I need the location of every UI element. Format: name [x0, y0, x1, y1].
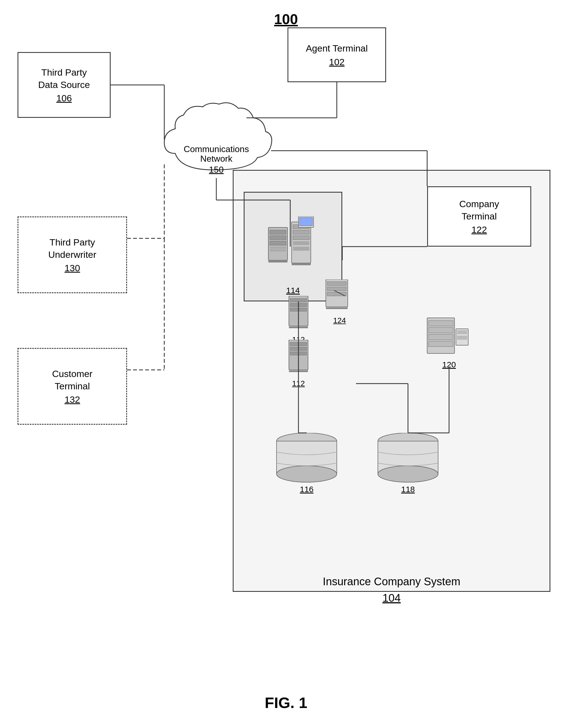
svg-rect-16	[292, 263, 311, 265]
server-icons-114	[266, 216, 320, 277]
svg-rect-15	[293, 247, 309, 251]
svg-rect-22	[290, 308, 307, 311]
third-party-underwriter-number: 130	[65, 263, 80, 273]
svg-rect-13	[293, 236, 309, 240]
svg-rect-5	[270, 236, 286, 240]
database-116: 116	[271, 433, 342, 493]
svg-rect-31	[327, 287, 346, 291]
diagram-container: { "title": "100", "fig_label": "FIG. 1",…	[0, 0, 572, 728]
fig-label: FIG. 1	[265, 694, 307, 712]
customer-terminal-label: CustomerTerminal	[52, 368, 92, 392]
insurance-system-label: Insurance Company System	[233, 575, 550, 588]
main-title: 100	[274, 11, 298, 27]
svg-rect-14	[293, 241, 309, 245]
svg-rect-18	[299, 217, 312, 226]
svg-rect-9	[268, 260, 287, 262]
company-terminal-label: CompanyTerminal	[459, 198, 499, 222]
agent-terminal-number: 102	[329, 57, 345, 67]
svg-rect-4	[270, 230, 286, 234]
communications-network-cloud: Communications Network 150	[159, 98, 274, 181]
svg-rect-41	[457, 336, 467, 340]
svg-rect-30	[327, 282, 346, 285]
svg-rect-28	[289, 371, 308, 372]
component-124: 124	[323, 279, 356, 323]
agent-terminal-box: Agent Terminal 102	[287, 27, 386, 82]
svg-text:150: 150	[209, 165, 223, 175]
component-112a: 112	[282, 296, 315, 340]
third-party-underwriter-label: Third PartyUnderwriter	[48, 236, 96, 260]
svg-point-44	[277, 466, 337, 482]
agent-terminal-label: Agent Terminal	[306, 42, 368, 54]
svg-rect-12	[293, 230, 309, 234]
svg-rect-35	[429, 321, 453, 326]
customer-terminal-number: 132	[65, 394, 80, 405]
third-party-data-label: Third PartyData Source	[38, 66, 90, 90]
svg-rect-25	[290, 342, 307, 346]
component-114-label: 114	[286, 286, 300, 295]
company-terminal-box: CompanyTerminal 122	[427, 186, 531, 247]
svg-rect-20	[290, 299, 307, 302]
insurance-system-number: 104	[233, 592, 550, 604]
svg-point-47	[378, 466, 438, 482]
svg-rect-40	[457, 330, 467, 334]
svg-rect-36	[429, 327, 453, 333]
svg-rect-26	[290, 347, 307, 350]
database-118: 118	[372, 433, 444, 493]
svg-rect-38	[429, 341, 453, 347]
svg-rect-23	[289, 327, 308, 328]
company-terminal-number: 122	[472, 224, 487, 235]
svg-rect-21	[290, 303, 307, 307]
svg-rect-32	[327, 292, 346, 296]
svg-rect-8	[270, 249, 286, 252]
component-120: 120	[422, 312, 477, 367]
third-party-underwriter-box: Third PartyUnderwriter 130	[17, 216, 127, 293]
svg-rect-27	[290, 352, 307, 355]
svg-rect-33	[326, 308, 348, 309]
svg-rect-7	[270, 247, 286, 249]
svg-text:Communications: Communications	[184, 144, 249, 154]
svg-text:Network: Network	[200, 154, 232, 163]
customer-terminal-box: CustomerTerminal 132	[17, 348, 127, 425]
svg-rect-37	[429, 334, 453, 340]
component-112b: 112	[282, 340, 315, 384]
svg-rect-6	[270, 241, 286, 245]
third-party-data-box: Third PartyData Source 106	[17, 52, 111, 118]
third-party-data-number: 106	[56, 93, 72, 104]
